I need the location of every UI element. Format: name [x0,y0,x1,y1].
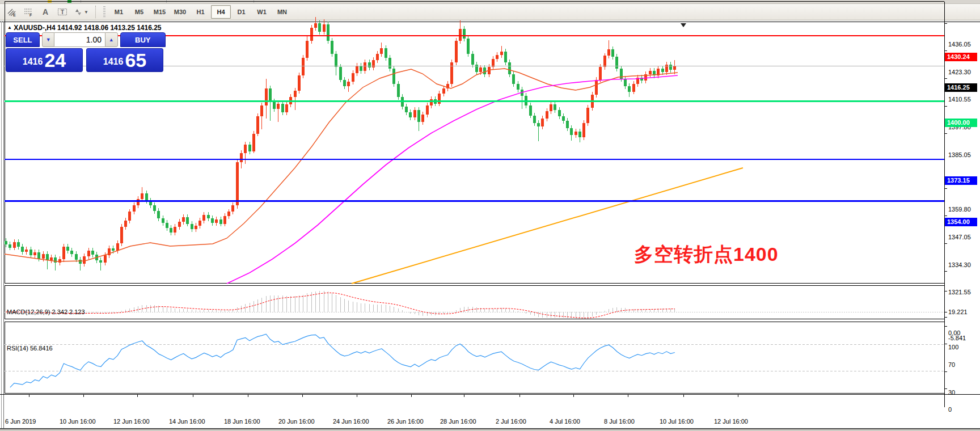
candle-body [430,99,433,105]
candle-body [599,67,602,80]
candle-body [302,58,305,75]
candle-body [517,84,519,90]
candle-body [327,24,330,41]
candle-body [331,41,333,54]
candle-body [70,251,73,254]
rsi-axis-label: 0 [948,406,952,413]
time-axis-label: 26 Jun 16:00 [387,418,424,425]
price-tick-label: 1359.80 [948,206,971,213]
candle-body [281,104,284,112]
candle-body [157,211,160,218]
ohlc-high: 1418.06 [84,24,108,32]
candle-body [37,252,40,258]
candle-body [17,242,20,247]
candle-body [343,80,346,86]
candle-body [62,247,65,259]
ohlc-open: 1414.92 [57,24,82,32]
candle-body [306,41,309,58]
sell-price-panel[interactable]: 1416 24 [6,48,83,72]
symbol-period-label: XAUUSD-,H4 [14,24,55,32]
candle-body [236,162,239,205]
rsi-axis-label: 30 [948,389,955,396]
candle-body [191,224,193,230]
candle-body [170,228,172,233]
candle-body [471,54,474,65]
chart-text-annotation[interactable]: 多空转折点1400 [634,242,779,268]
candle-body [504,52,507,62]
candle-body [352,73,354,82]
candle-body [607,49,610,56]
candle-body [145,193,148,201]
candle-body [450,62,453,84]
volume-input[interactable]: 1.00 [54,32,105,47]
candle-body [459,29,462,41]
candle-body [475,65,478,72]
candle-body [21,247,24,252]
candle-body [75,254,78,260]
chart-shift-marker-icon[interactable] [681,23,686,27]
candle-body [409,112,412,118]
ohlc-low: 1413.25 [110,24,134,32]
volume-decrease-button[interactable]: ▼ [42,32,55,47]
candle-body [537,123,540,126]
candle-body [376,54,379,60]
rsi-line [10,334,675,387]
candle-body [615,57,618,69]
candle-body [79,260,82,264]
candle-body [33,252,36,255]
price-tick-label: 1436.05 [948,41,971,48]
candle-body [388,58,391,69]
price-tick-label: 1423.30 [948,69,971,75]
candle-body [153,205,156,211]
candle-body [174,227,176,233]
candle-body [603,56,606,66]
candle-body [385,48,387,58]
candle-body [512,74,515,84]
candle-body [368,62,371,68]
buy-price-panel[interactable]: 1416 65 [86,48,163,72]
candle-body [141,193,143,199]
candle-body [29,250,32,255]
time-axis-label: 4 Jul 16:00 [550,418,580,425]
candle-body [665,65,668,72]
volume-increase-button[interactable]: ▲ [105,32,118,47]
candle-body [442,88,445,94]
rsi-axis-label: 70 [948,361,955,368]
candle-body [265,88,268,106]
time-axis-label: 28 Jun 16:00 [440,418,476,425]
collapse-arrow-icon[interactable]: ▲ [7,25,12,30]
time-axis-label: 12 Jun 16:00 [113,418,150,425]
candle-body [550,104,552,111]
time-axis-label: 10 Jun 16:00 [60,418,96,425]
buy-button[interactable]: BUY [120,32,166,47]
candle-body [323,24,326,32]
candle-body [364,62,366,71]
candle-body [231,205,234,212]
candle-body [546,111,548,119]
candle-body [13,242,16,248]
candle-body [66,247,69,251]
candle-body [372,60,375,67]
candle-body [120,227,123,243]
macd-axis-label: -5.841 [948,335,966,341]
price-tick-label: 1334.30 [948,261,971,268]
candle-body [508,62,511,74]
buy-price-main: 1416 [103,53,124,70]
candle-body [227,212,230,216]
candle-body [611,49,614,57]
candle-body [211,218,214,223]
candle-body [162,218,164,223]
candle-body [256,116,259,134]
candle-body [669,65,672,70]
candle-body [380,48,383,54]
buy-price-pips: 65 [125,50,146,70]
candle-body [240,153,243,162]
price-tick-label: 1321.55 [948,289,971,295]
candle-body [54,257,57,263]
time-axis-label: 24 Jun 16:00 [333,418,369,425]
rsi-label: RSI(14) 56.8416 [7,345,53,352]
candle-body [314,23,317,28]
candle-body [397,84,400,97]
sell-button[interactable]: SELL [6,32,40,47]
time-axis-label: 12 Jul 16:00 [714,418,748,425]
